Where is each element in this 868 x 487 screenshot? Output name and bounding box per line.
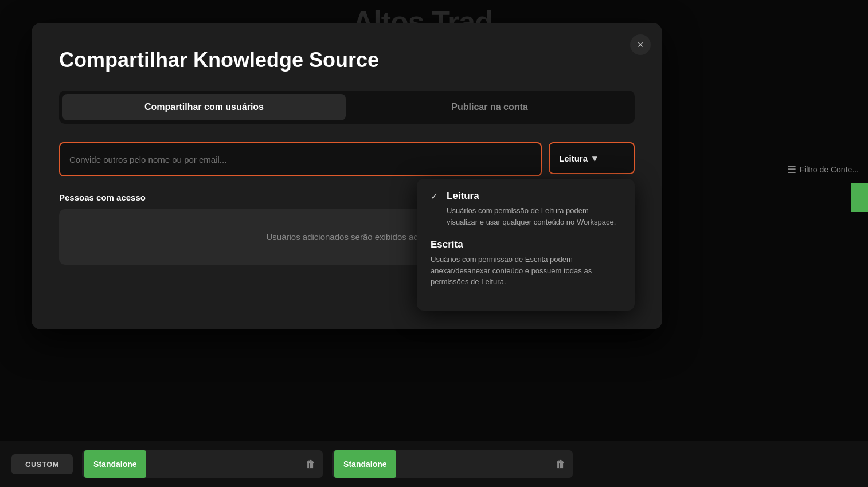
tab-publish-account[interactable]: Publicar na conta [348, 94, 631, 120]
invite-row: Leitura ▾ ✓ Leitura Usuários com permiss… [59, 142, 635, 176]
option-leitura-desc: Usuários com permissão de Leitura podem … [431, 205, 621, 227]
option-leitura[interactable]: ✓ Leitura Usuários com permissão de Leit… [431, 190, 621, 227]
invite-input-wrapper [59, 142, 542, 176]
checkmark-icon: ✓ [431, 191, 442, 202]
option-escrita[interactable]: Escrita Usuários com permissão de Escrit… [431, 239, 621, 288]
share-modal: × Compartilhar Knowledge Source Comparti… [32, 23, 662, 329]
option-leitura-label: Leitura [447, 190, 479, 202]
modal-tabs: Compartilhar com usuários Publicar na co… [59, 91, 635, 124]
modal-title: Compartilhar Knowledge Source [59, 48, 635, 72]
close-button[interactable]: × [630, 34, 651, 55]
people-empty-message: Usuários adicionados serão exibidos aqui… [266, 232, 427, 242]
tab-share-users[interactable]: Compartilhar com usuários [62, 94, 346, 120]
invite-input[interactable] [60, 143, 541, 175]
permission-selected-label: Leitura [559, 154, 588, 163]
permission-dropdown[interactable]: Leitura ▾ [549, 142, 635, 174]
option-escrita-label: Escrita [431, 239, 621, 250]
permission-dropdown-popup: ✓ Leitura Usuários com permissão de Leit… [417, 179, 635, 311]
option-escrita-desc: Usuários com permissão de Escrita podem … [431, 254, 621, 288]
chevron-down-icon: ▾ [592, 153, 597, 164]
modal-backdrop: × Compartilhar Knowledge Source Comparti… [0, 0, 868, 487]
